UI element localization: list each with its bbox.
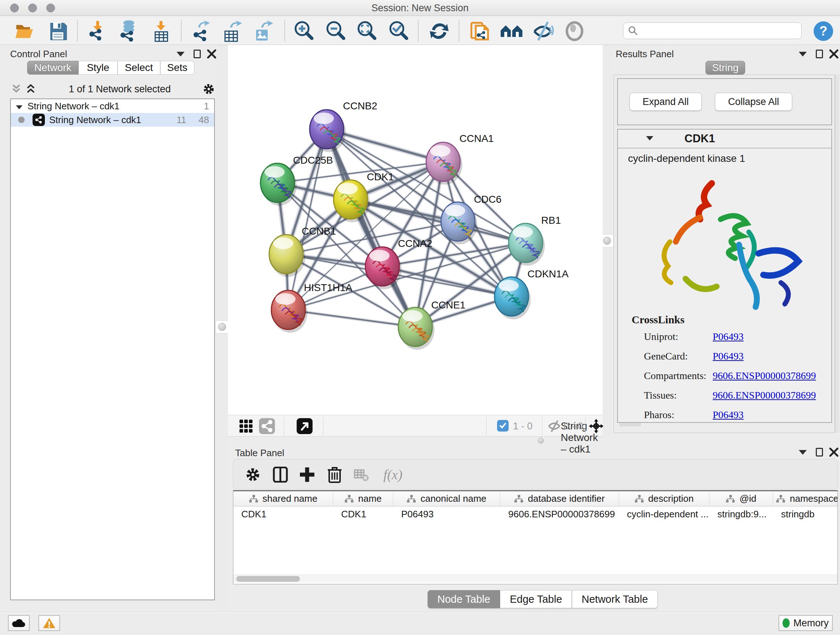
network-row[interactable]: String Network – cdk1 11 48 bbox=[11, 113, 214, 127]
table-settings-gear-icon[interactable] bbox=[243, 464, 263, 485]
apply-layout-icon[interactable] bbox=[428, 19, 451, 43]
toolbar-separator bbox=[181, 20, 182, 41]
clear-table-icon[interactable] bbox=[351, 464, 371, 485]
column-header--id[interactable]: @id bbox=[709, 491, 773, 506]
protein-expander-icon[interactable] bbox=[646, 135, 653, 142]
left-splitter-handle[interactable] bbox=[216, 320, 229, 333]
cloud-button[interactable] bbox=[8, 615, 30, 631]
network-node-cdc6[interactable]: CDC6 bbox=[441, 194, 501, 244]
function-builder-button[interactable]: f(x) bbox=[377, 464, 409, 485]
tab-network[interactable]: Network bbox=[27, 61, 79, 74]
control-panel-float-icon[interactable] bbox=[191, 48, 203, 60]
network-canvas[interactable]: CCNB2CCNA1CDC25BCDK1CDC6RB1CCNB1CCNA2CDK… bbox=[228, 45, 603, 415]
node-label-ccne1: CCNE1 bbox=[431, 299, 466, 310]
add-column-icon[interactable] bbox=[297, 464, 317, 485]
table-panel-float-icon[interactable] bbox=[813, 446, 826, 458]
save-session-icon[interactable] bbox=[46, 19, 69, 43]
search-input[interactable] bbox=[638, 25, 801, 36]
column-header-description[interactable]: description bbox=[619, 491, 709, 506]
tab-select[interactable]: Select bbox=[118, 61, 160, 74]
network-node-hist1h1a[interactable]: HIST1H1A bbox=[271, 282, 352, 333]
hidden-eye-icon bbox=[546, 418, 562, 434]
import-network-file-icon[interactable] bbox=[86, 19, 109, 43]
pan-crosshair-icon[interactable] bbox=[588, 418, 604, 434]
tab-sets[interactable]: Sets bbox=[160, 61, 194, 74]
expand-all-networks-icon[interactable] bbox=[25, 83, 37, 95]
tab-node-table[interactable]: Node Table bbox=[428, 590, 500, 608]
results-scrollbar[interactable] bbox=[835, 75, 839, 432]
column-header-namespace[interactable]: namespace bbox=[773, 491, 838, 506]
import-table-icon[interactable] bbox=[150, 19, 173, 43]
table-cell[interactable]: 9606.ENSP00000378699 bbox=[500, 507, 619, 522]
memory-button[interactable]: Memory bbox=[778, 615, 833, 631]
string-home-icon[interactable] bbox=[500, 19, 523, 43]
crosslink-link[interactable]: P06493 bbox=[713, 350, 744, 362]
table-row[interactable]: CDK1CDK1P064939606.ENSP00000378699cyclin… bbox=[233, 507, 837, 522]
open-session-icon[interactable] bbox=[13, 19, 36, 43]
tab-network-table[interactable]: Network Table bbox=[572, 590, 658, 608]
results-panel-float-icon[interactable] bbox=[813, 48, 826, 60]
zoom-in-icon[interactable] bbox=[292, 19, 316, 43]
control-panel-menu-icon[interactable] bbox=[174, 48, 187, 60]
crosslink-link[interactable]: P06493 bbox=[713, 331, 744, 342]
tab-string[interactable]: String bbox=[706, 61, 745, 74]
column-header-shared-name[interactable]: shared name bbox=[233, 491, 333, 506]
clone-network-icon[interactable] bbox=[468, 19, 491, 43]
export-image-icon[interactable] bbox=[251, 19, 274, 43]
share-view-icon[interactable] bbox=[259, 418, 275, 434]
control-panel-close-icon[interactable] bbox=[205, 48, 218, 60]
network-graph[interactable]: CCNB2CCNA1CDC25BCDK1CDC6RB1CCNB1CCNA2CDK… bbox=[228, 45, 603, 415]
selected-nodes-checkbox[interactable] bbox=[497, 420, 508, 432]
help-icon[interactable]: ? bbox=[812, 19, 835, 43]
table-panel-close-icon[interactable] bbox=[828, 446, 840, 458]
results-panel-close-icon[interactable] bbox=[828, 48, 840, 60]
crosslink-link[interactable]: 9606.ENSP00000378699 bbox=[713, 370, 816, 381]
warnings-button[interactable] bbox=[38, 615, 60, 631]
show-glass-eye-icon[interactable] bbox=[563, 19, 586, 43]
control-panel-title: Control Panel bbox=[10, 49, 67, 60]
zoom-selected-icon[interactable] bbox=[387, 19, 410, 43]
export-table-icon[interactable] bbox=[220, 19, 243, 43]
expand-all-button[interactable]: Expand All bbox=[630, 93, 702, 111]
scrollbar-thumb[interactable] bbox=[236, 576, 300, 582]
network-node-cdkn1a[interactable]: CDKN1A bbox=[494, 268, 569, 319]
table-cell[interactable]: cyclin-dependent ... bbox=[619, 507, 709, 522]
table-cell[interactable]: CDK1 bbox=[333, 507, 393, 522]
delete-column-trash-icon[interactable] bbox=[325, 464, 345, 485]
hide-glass-eye-icon[interactable] bbox=[531, 19, 554, 43]
network-node-ccnb1[interactable]: CCNB1 bbox=[269, 226, 336, 277]
table-horizontal-scrollbar[interactable] bbox=[233, 575, 837, 583]
toolbar-separator bbox=[323, 417, 324, 435]
collection-expander-icon[interactable] bbox=[16, 101, 22, 112]
network-node-rb1[interactable]: RB1 bbox=[508, 215, 561, 266]
crosslink-link[interactable]: 9606.ENSP00000378699 bbox=[713, 390, 816, 401]
crosslink-link[interactable]: P06493 bbox=[713, 409, 744, 420]
results-panel-menu-icon[interactable] bbox=[797, 48, 809, 60]
table-cell[interactable]: P06493 bbox=[393, 507, 500, 522]
table-cell[interactable]: stringdb bbox=[773, 507, 838, 522]
grid-mode-icon[interactable] bbox=[238, 418, 254, 434]
tab-edge-table[interactable]: Edge Table bbox=[500, 590, 572, 608]
import-network-database-icon[interactable] bbox=[118, 19, 141, 43]
bottom-splitter-handle[interactable] bbox=[535, 437, 546, 444]
column-header-name[interactable]: name bbox=[333, 491, 393, 506]
table-cell[interactable]: stringdb:9... bbox=[709, 507, 773, 522]
zoom-out-icon[interactable] bbox=[324, 19, 347, 43]
export-network-icon[interactable] bbox=[190, 19, 213, 43]
tab-style[interactable]: Style bbox=[79, 61, 118, 74]
network-node-ccne1[interactable]: CCNE1 bbox=[398, 299, 466, 350]
column-header-database-identifier[interactable]: database identifier bbox=[500, 491, 619, 506]
window-title: Session: New Session bbox=[0, 3, 840, 14]
column-header-canonical-name[interactable]: canonical name bbox=[393, 491, 500, 506]
birds-eye-view-icon[interactable] bbox=[297, 418, 313, 434]
table-cell[interactable]: CDK1 bbox=[233, 507, 333, 522]
protein-card-header[interactable]: CDK1 bbox=[618, 130, 831, 149]
show-columns-icon[interactable] bbox=[270, 464, 291, 485]
network-options-gear-icon[interactable] bbox=[202, 83, 215, 95]
network-collection-row[interactable]: String Network – cdk1 1 bbox=[11, 99, 214, 113]
collapse-all-button[interactable]: Collapse All bbox=[715, 93, 792, 111]
table-panel-menu-icon[interactable] bbox=[797, 446, 809, 458]
card-scrollbar[interactable] bbox=[619, 423, 641, 426]
collapse-all-networks-icon[interactable] bbox=[10, 83, 22, 95]
zoom-fit-icon[interactable] bbox=[355, 19, 378, 43]
